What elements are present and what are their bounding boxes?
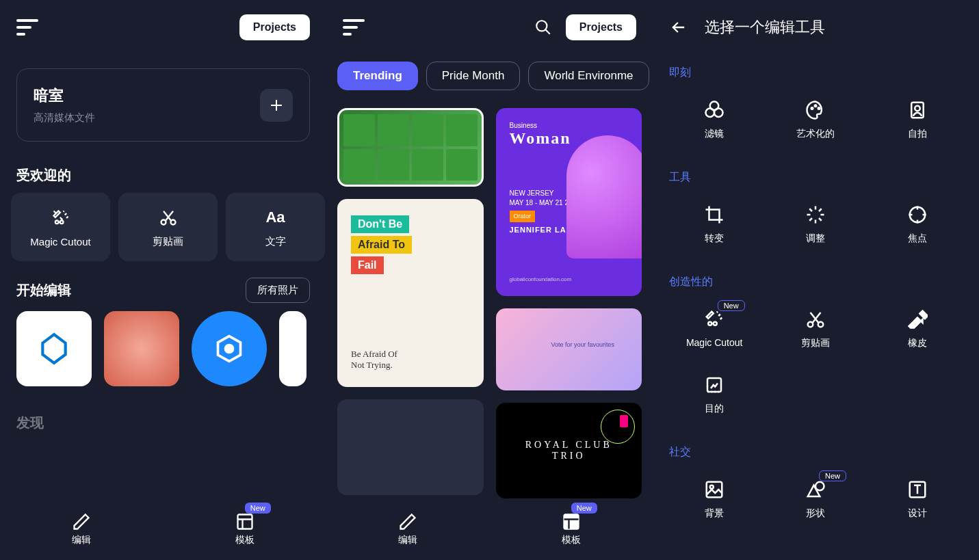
photo-thumb[interactable] bbox=[192, 311, 267, 386]
darkroom-subtitle: 高清媒体文件 bbox=[34, 111, 95, 124]
quote-bottom: Be Afraid Of Not Trying. bbox=[351, 349, 470, 371]
tool-focus[interactable]: 焦点 bbox=[867, 196, 968, 253]
tool-palette[interactable]: 艺术化的 bbox=[765, 91, 866, 148]
template-vote[interactable]: Vote for your favourites bbox=[496, 308, 642, 390]
tool-eraser[interactable]: 橡皮 bbox=[867, 300, 968, 358]
tool-label: 背景 bbox=[705, 507, 724, 520]
svg-point-2 bbox=[161, 219, 166, 224]
start-editing-title: 开始编辑 bbox=[16, 281, 71, 299]
tmpl-role: Orator bbox=[510, 211, 536, 222]
decoration-cup bbox=[620, 415, 628, 427]
decoration-circle bbox=[601, 410, 635, 444]
tool-magic-cutout[interactable]: NewMagic Cutout bbox=[664, 300, 765, 358]
tool-portrait[interactable]: 自拍 bbox=[867, 91, 968, 148]
header: Projects bbox=[0, 0, 326, 55]
templates-icon bbox=[235, 512, 254, 531]
tool-shapes[interactable]: New形状 bbox=[765, 470, 866, 528]
svg-point-1 bbox=[60, 220, 63, 224]
design-icon bbox=[906, 479, 928, 501]
svg-point-24 bbox=[815, 482, 824, 491]
photo-thumb[interactable] bbox=[16, 311, 92, 386]
svg-point-6 bbox=[536, 21, 547, 31]
menu-icon[interactable] bbox=[16, 19, 38, 36]
pencil-icon bbox=[72, 512, 91, 531]
all-photos-button[interactable]: 所有照片 bbox=[246, 278, 310, 303]
nav-edit[interactable]: 编辑 bbox=[398, 512, 417, 546]
tool-label: 目的 bbox=[705, 403, 724, 415]
new-badge: New bbox=[718, 300, 745, 311]
magic-cutout-icon bbox=[703, 308, 725, 330]
back-icon[interactable] bbox=[669, 18, 688, 37]
nav-label: 模板 bbox=[562, 534, 581, 546]
tool-label: 橡皮 bbox=[908, 337, 927, 349]
tool-label: 自拍 bbox=[908, 128, 927, 140]
tool-text[interactable]: Aa 文字 bbox=[226, 193, 325, 261]
tmpl-category: Business bbox=[510, 122, 629, 129]
templates-pane: Projects Trending Pride Month World Envi… bbox=[326, 0, 653, 560]
nav-templates[interactable]: New 模板 bbox=[562, 512, 581, 546]
shapes-icon bbox=[805, 479, 826, 501]
category-chips: Trending Pride Month World Environme bbox=[326, 55, 653, 97]
category-label: 工具 bbox=[653, 159, 979, 190]
tool-scissors[interactable]: 剪贴画 bbox=[765, 300, 866, 358]
tool-crop[interactable]: 转变 bbox=[664, 196, 765, 253]
background-icon bbox=[703, 479, 725, 501]
tool-magic-cutout[interactable]: Magic Cutout bbox=[11, 193, 110, 261]
template-quote[interactable]: Don't Be Afraid To Fail Be Afraid Of Not… bbox=[337, 199, 484, 387]
photo-thumb[interactable] bbox=[104, 311, 179, 386]
tool-design[interactable]: 设计 bbox=[867, 470, 968, 528]
discover-section-title: 发现 bbox=[0, 386, 326, 432]
quote-line: Don't Be bbox=[351, 215, 409, 233]
quote-line: Fail bbox=[351, 256, 384, 274]
projects-button[interactable]: Projects bbox=[566, 14, 636, 40]
projects-button[interactable]: Projects bbox=[239, 14, 310, 40]
template-royal-club[interactable]: ROYAL CLUB TRIO bbox=[496, 403, 642, 498]
tool-adjust[interactable]: 调整 bbox=[765, 196, 866, 253]
template-business-woman[interactable]: Business Woman NEW JERSEY MAY 18 - MAY 2… bbox=[496, 108, 642, 296]
search-icon[interactable] bbox=[534, 18, 552, 36]
new-badge: New bbox=[571, 503, 597, 514]
chip-pride[interactable]: Pride Month bbox=[426, 62, 521, 90]
template-collage-green[interactable] bbox=[337, 108, 484, 187]
tool-background[interactable]: 背景 bbox=[664, 470, 765, 528]
palette-icon bbox=[805, 99, 826, 121]
darkroom-card[interactable]: 暗室 高清媒体文件 bbox=[16, 68, 310, 142]
portrait-icon bbox=[906, 99, 928, 121]
tool-target[interactable]: 目的 bbox=[664, 366, 765, 423]
tmpl-avatar bbox=[566, 135, 642, 258]
tool-clipart[interactable]: 剪贴画 bbox=[118, 193, 218, 261]
tool-filter[interactable]: 滤镜 bbox=[664, 91, 765, 148]
tmpl-title: ROYAL CLUB bbox=[525, 440, 612, 451]
tool-label: 形状 bbox=[806, 507, 825, 520]
nav-label: 编辑 bbox=[398, 534, 417, 546]
page-title: 选择一个编辑工具 bbox=[705, 17, 825, 38]
tool-label: 艺术化的 bbox=[796, 128, 835, 140]
tool-grid: 背景New形状设计 bbox=[653, 465, 979, 539]
tool-label: 转变 bbox=[705, 232, 724, 245]
chip-world-env[interactable]: World Environme bbox=[528, 62, 649, 90]
nav-edit[interactable]: 编辑 bbox=[72, 512, 91, 546]
filter-icon bbox=[703, 99, 725, 121]
popular-section-title: 受欢迎的 bbox=[0, 155, 326, 193]
template-dark[interactable] bbox=[337, 399, 484, 495]
tool-label: 剪贴画 bbox=[153, 235, 183, 248]
add-button[interactable] bbox=[260, 89, 293, 122]
svg-point-20 bbox=[818, 322, 824, 328]
category-label: 社交 bbox=[653, 434, 979, 465]
templates-icon bbox=[562, 512, 581, 531]
menu-icon[interactable] bbox=[343, 19, 365, 36]
scissors-icon bbox=[157, 206, 179, 228]
photo-thumb[interactable] bbox=[279, 311, 306, 386]
header: Projects bbox=[326, 0, 653, 55]
nav-label: 编辑 bbox=[72, 534, 91, 546]
new-badge: New bbox=[245, 503, 271, 514]
plus-icon bbox=[268, 97, 285, 114]
svg-point-17 bbox=[708, 322, 712, 325]
nav-templates[interactable]: New 模板 bbox=[235, 512, 254, 546]
tool-label: 文字 bbox=[265, 235, 286, 248]
popular-tools-row: Magic Cutout 剪贴画 Aa 文字 bbox=[0, 193, 326, 261]
adjust-icon bbox=[805, 204, 826, 226]
bottom-nav: 编辑 New 模板 bbox=[326, 498, 653, 560]
chip-trending[interactable]: Trending bbox=[337, 62, 418, 90]
tool-grid: NewMagic Cutout剪贴画橡皮目的 bbox=[653, 295, 979, 434]
